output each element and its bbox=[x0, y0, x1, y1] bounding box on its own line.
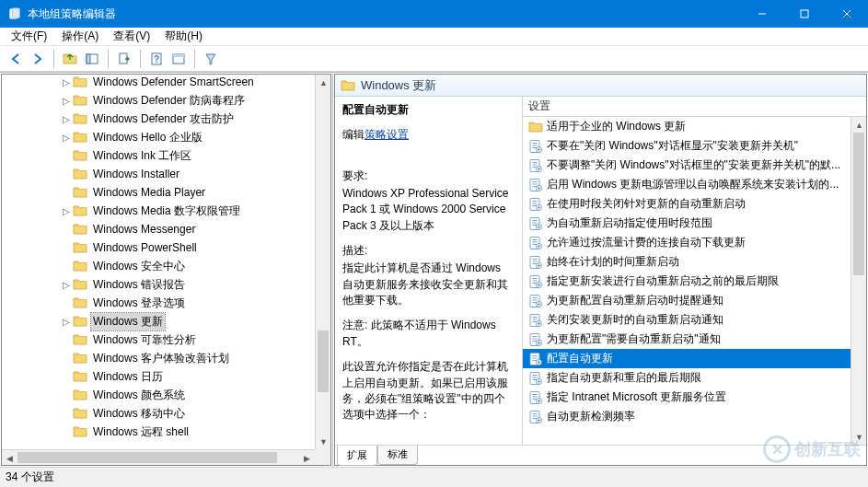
expand-icon[interactable]: ▷ bbox=[60, 206, 73, 216]
list-scroll-down-button[interactable]: ▼ bbox=[851, 429, 866, 445]
vscroll-track[interactable] bbox=[316, 90, 330, 434]
settings-list[interactable]: 适用于企业的 Windows 更新不要在"关闭 Windows"对话框显示"安装… bbox=[523, 117, 851, 426]
tree-item[interactable]: ▷Windows 更新 bbox=[1, 312, 328, 330]
close-button[interactable] bbox=[826, 0, 868, 28]
edit-policy-link[interactable]: 策略设置 bbox=[365, 127, 409, 143]
setting-row[interactable]: 始终在计划的时间重新启动 bbox=[523, 252, 851, 272]
tree-item[interactable]: Windows Installer bbox=[1, 165, 328, 183]
tree-item[interactable]: Windows 安全中心 bbox=[1, 257, 328, 275]
setting-row[interactable]: 关闭安装更新时的自动重新启动通知 bbox=[523, 310, 851, 330]
setting-row[interactable]: 在使用时段关闭针对更新的自动重新启动 bbox=[523, 194, 851, 214]
setting-label: 自动更新检测频率 bbox=[547, 409, 635, 424]
setting-row[interactable]: 为自动重新启动指定使用时段范围 bbox=[523, 214, 851, 233]
menu-action[interactable]: 操作(A) bbox=[54, 27, 106, 46]
scroll-down-button[interactable]: ▼ bbox=[316, 434, 331, 449]
setting-row[interactable]: 为更新配置自动重新启动时提醒通知 bbox=[523, 291, 851, 310]
hscroll-track[interactable] bbox=[17, 450, 299, 465]
properties-button[interactable] bbox=[168, 49, 189, 69]
vscroll-thumb[interactable] bbox=[318, 330, 329, 392]
list-vscroll-thumb[interactable] bbox=[853, 133, 864, 275]
folder-icon bbox=[73, 130, 87, 145]
export-list-button[interactable] bbox=[114, 49, 134, 69]
policy-icon bbox=[528, 313, 543, 328]
vscrollbar[interactable]: ▲ ▼ bbox=[315, 75, 330, 449]
list-scroll-up-button[interactable]: ▲ bbox=[851, 117, 866, 133]
tree-item[interactable]: Windows 移动中心 bbox=[1, 404, 328, 423]
setting-row[interactable]: 自动更新检测频率 bbox=[523, 407, 851, 426]
setting-row[interactable]: 启用 Windows 更新电源管理以自动唤醒系统来安装计划的... bbox=[523, 175, 851, 194]
tree-item[interactable]: Windows 日历 bbox=[1, 367, 328, 386]
tree-item[interactable]: Windows 登录选项 bbox=[1, 294, 328, 312]
setting-row[interactable]: 指定 Intranet Microsoft 更新服务位置 bbox=[523, 388, 851, 407]
tree-item[interactable]: ▷Windows Defender 攻击防护 bbox=[1, 110, 328, 128]
toolbar-separator bbox=[140, 50, 141, 68]
menu-help[interactable]: 帮助(H) bbox=[157, 27, 210, 46]
setting-row[interactable]: 指定自动更新和重启的最后期限 bbox=[523, 368, 851, 388]
expand-icon[interactable]: ▷ bbox=[60, 280, 73, 290]
scroll-left-button[interactable]: ◀ bbox=[2, 450, 17, 466]
tree-item[interactable]: Windows Messenger bbox=[1, 220, 328, 238]
setting-label: 启用 Windows 更新电源管理以自动唤醒系统来安装计划的... bbox=[547, 177, 839, 192]
scroll-right-button[interactable]: ▶ bbox=[299, 450, 315, 466]
tree-item[interactable]: ▷Windows 错误报告 bbox=[1, 275, 328, 294]
up-level-button[interactable] bbox=[60, 49, 80, 69]
details-header-title: Windows 更新 bbox=[361, 77, 436, 94]
window-title: 本地组策略编辑器 bbox=[28, 6, 741, 22]
folder-icon bbox=[73, 75, 87, 89]
tree-item-label: Windows PowerShell bbox=[91, 240, 199, 255]
folder-icon bbox=[73, 240, 87, 255]
setting-row[interactable]: 不要调整"关闭 Windows"对话框里的"安装更新并关机"的默... bbox=[523, 156, 851, 175]
setting-row[interactable]: 适用于企业的 Windows 更新 bbox=[523, 117, 851, 136]
list-vscrollbar[interactable]: ▲ ▼ bbox=[851, 117, 866, 445]
setting-row[interactable]: 允许通过按流量计费的连接自动下载更新 bbox=[523, 233, 851, 252]
tree-item[interactable]: Windows 客户体验改善计划 bbox=[1, 349, 328, 367]
filter-button[interactable] bbox=[201, 49, 221, 69]
scroll-up-button[interactable]: ▲ bbox=[316, 75, 331, 90]
setting-row[interactable]: 不要在"关闭 Windows"对话框显示"安装更新并关机" bbox=[523, 136, 851, 156]
tree-item[interactable]: ▷Windows Hello 企业版 bbox=[1, 128, 328, 146]
tree-item[interactable]: Windows 远程 shell bbox=[1, 423, 328, 441]
expand-icon[interactable]: ▷ bbox=[60, 114, 73, 124]
menu-file[interactable]: 文件(F) bbox=[4, 27, 54, 46]
back-button[interactable] bbox=[6, 49, 26, 69]
tree-view[interactable]: ▷Windows Defender SmartScreen▷Windows De… bbox=[1, 74, 328, 441]
setting-row[interactable]: 为更新配置"需要自动重新启动"通知 bbox=[523, 330, 851, 349]
help-button[interactable]: ? bbox=[146, 49, 167, 69]
tree-item[interactable]: Windows 可靠性分析 bbox=[1, 330, 328, 349]
tree-item-label: Windows 可靠性分析 bbox=[91, 331, 198, 349]
setting-row[interactable]: 配置自动更新 bbox=[523, 349, 851, 368]
tree-item[interactable]: Windows Ink 工作区 bbox=[1, 146, 328, 165]
tree-item[interactable]: ▷Windows Defender 防病毒程序 bbox=[1, 91, 328, 110]
tab-standard[interactable]: 标准 bbox=[377, 446, 418, 465]
expand-icon[interactable]: ▷ bbox=[60, 317, 73, 327]
note-text: 注意: 此策略不适用于 Windows RT。 bbox=[342, 318, 515, 350]
settings-scroll: 适用于企业的 Windows 更新不要在"关闭 Windows"对话框显示"安装… bbox=[523, 117, 866, 445]
tree-item[interactable]: Windows PowerShell bbox=[1, 238, 328, 257]
details-pane: Windows 更新 配置自动更新 编辑策略设置 要求: Windows XP … bbox=[334, 74, 867, 466]
settings-column-header[interactable]: 设置 bbox=[523, 97, 866, 117]
minimize-button[interactable] bbox=[741, 0, 783, 28]
expand-icon[interactable]: ▷ bbox=[60, 77, 73, 87]
folder-icon bbox=[73, 167, 87, 181]
tree-item[interactable]: ▷Windows Media 数字权限管理 bbox=[1, 202, 328, 220]
setting-label: 适用于企业的 Windows 更新 bbox=[547, 119, 686, 134]
expand-icon[interactable]: ▷ bbox=[60, 96, 73, 106]
policy-icon bbox=[528, 197, 543, 212]
hscrollbar[interactable]: ◀ ▶ bbox=[2, 449, 315, 465]
forward-button[interactable] bbox=[28, 49, 48, 69]
maximize-button[interactable] bbox=[783, 0, 826, 28]
list-vscroll-track[interactable] bbox=[851, 133, 866, 429]
requirements-label: 要求: bbox=[342, 168, 515, 184]
tree-item[interactable]: ▷Windows Defender SmartScreen bbox=[1, 74, 328, 91]
setting-row[interactable]: 指定更新安装进行自动重新启动之前的最后期限 bbox=[523, 272, 851, 291]
menu-view[interactable]: 查看(V) bbox=[106, 27, 157, 46]
hscroll-thumb[interactable] bbox=[17, 452, 277, 463]
tree-item[interactable]: Windows 颜色系统 bbox=[1, 386, 328, 404]
tree-item[interactable]: Windows Media Player bbox=[1, 183, 328, 202]
tab-extended[interactable]: 扩展 bbox=[337, 446, 377, 466]
description-pane: 配置自动更新 编辑策略设置 要求: Windows XP Professiona… bbox=[335, 97, 523, 445]
details-header: Windows 更新 bbox=[335, 75, 866, 97]
expand-icon[interactable]: ▷ bbox=[60, 133, 73, 143]
show-hide-tree-button[interactable] bbox=[82, 49, 102, 69]
tree-item-label: Windows Media 数字权限管理 bbox=[91, 203, 242, 220]
